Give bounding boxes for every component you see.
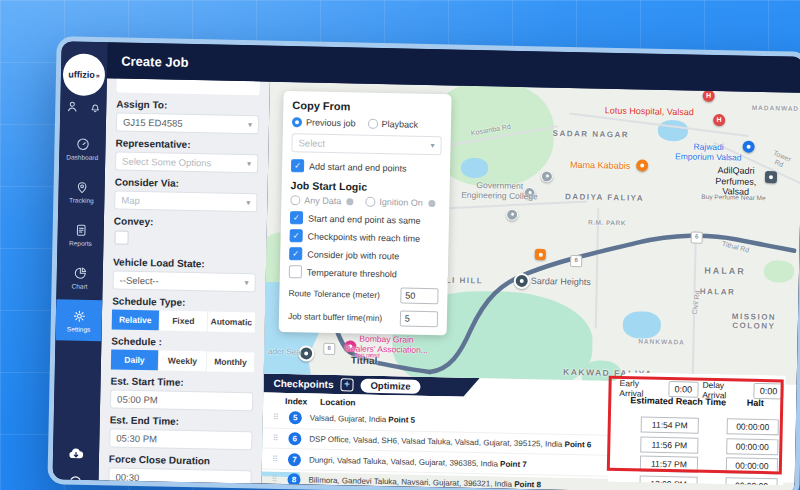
radio-label: Ignition On	[379, 197, 423, 208]
job-option-checkbox-row[interactable]: Start and end point as same	[290, 211, 440, 227]
est-start-label: Est. Start Time:	[110, 375, 253, 389]
sidebar-top-icon[interactable]	[88, 100, 102, 114]
checkbox-label: Consider job with route	[307, 249, 399, 261]
copy-from-select[interactable]: Select ▾	[291, 133, 441, 155]
halt-input[interactable]: 00:00:00	[725, 477, 777, 490]
sidebar-item-icon	[73, 222, 88, 237]
status-dot-icon	[428, 199, 435, 206]
reach-time-input[interactable]: 11:56 PM	[640, 436, 698, 453]
representative-select[interactable]: Select Some Options ▾	[115, 151, 258, 173]
chevron-down-icon: ▾	[430, 141, 434, 150]
map-label: R.M. PARK	[588, 219, 626, 227]
halt-input[interactable]: 00:00:00	[726, 438, 778, 455]
consider-via-select[interactable]: Map ▾	[114, 190, 257, 212]
schedule-option[interactable]: Weekly	[159, 350, 206, 371]
map-label: MADANWAD	[752, 104, 800, 113]
est-end-input[interactable]: 05:30 PM	[109, 428, 252, 450]
sidebar-item[interactable]: Tracking	[58, 170, 105, 212]
radio-icon	[290, 195, 300, 205]
chevron-down-icon: ▾	[245, 278, 249, 287]
checkbox-label: Checkpoints with reach time	[308, 231, 421, 243]
add-points-checkbox-row[interactable]: Add start and end points	[291, 159, 441, 175]
halt-input[interactable]: 00:00:00	[727, 418, 779, 435]
vehicle-load-select[interactable]: --Select-- ▾	[112, 270, 255, 292]
convey-checkbox[interactable]	[114, 230, 128, 244]
schedule-type-option[interactable]: Relative	[112, 309, 159, 330]
sidebar-item-icon	[74, 179, 89, 194]
buffer-time-input[interactable]: 5	[400, 310, 438, 327]
drag-handle-icon[interactable]: ⠿	[269, 413, 283, 422]
route-tolerance-input[interactable]: 50	[400, 287, 438, 304]
job-start-logic-title: Job Start Logic	[291, 179, 441, 194]
reach-time-input[interactable]: 11:57 PM	[640, 456, 698, 473]
checkpoint-location: Valsad, Gujarat, India Point 5	[310, 414, 415, 425]
assign-to-label: Assign To:	[116, 98, 259, 112]
optimize-button[interactable]: Optimize	[360, 378, 420, 393]
sidebar: uffizio» Dashboard Tracking Reports	[52, 41, 107, 480]
radio-icon	[365, 197, 375, 207]
checkpoint-index-badge: 8	[287, 474, 300, 487]
reach-time-input[interactable]: 11:54 PM	[641, 416, 699, 433]
map-label: MISSION COLONY	[732, 312, 777, 332]
schedule-type-option[interactable]: Automatic	[208, 311, 255, 332]
map-label: DADIYA FALIYA	[565, 192, 644, 203]
job-start-radio[interactable]: Ignition On	[365, 197, 435, 208]
copy-from-radio[interactable]: Previous job	[292, 117, 356, 128]
assign-to-value: GJ15 ED4585	[123, 117, 183, 129]
vehicle-load-value: --Select--	[120, 275, 159, 287]
chevron-down-icon: ▾	[246, 198, 250, 207]
map-label: Buy Perfume Near Me	[701, 193, 765, 202]
copy-from-select-placeholder: Select	[298, 137, 325, 149]
schedule-label: Schedule :	[111, 335, 254, 349]
sidebar-item-icon	[75, 136, 90, 151]
index-column-header: Index	[285, 396, 307, 406]
schedule-option[interactable]: Monthly	[207, 351, 254, 372]
location-column-header: Location	[320, 397, 356, 408]
job-option-checkbox-row[interactable]: Consider job with route	[289, 247, 439, 263]
reach-time-input[interactable]: 12:00 PM	[639, 475, 697, 490]
schedule-type-option[interactable]: Fixed	[160, 310, 207, 331]
map-label: Mama Kababis	[570, 160, 630, 172]
job-start-radio[interactable]: Any Data	[290, 195, 353, 206]
brand-logo-text: uffizio	[68, 69, 95, 80]
sidebar-item-label: Reports	[69, 239, 92, 246]
map-marker[interactable]	[713, 114, 725, 126]
drag-handle-icon[interactable]: ⠿	[268, 454, 282, 463]
assign-to-select[interactable]: GJ15 ED4585 ▾	[116, 112, 259, 134]
map-marker[interactable]	[703, 90, 715, 102]
schedule-options: DailyWeeklyMonthly	[111, 349, 254, 372]
est-start-input[interactable]: 05:00 PM	[110, 389, 253, 411]
radio-icon	[292, 117, 302, 127]
drag-handle-icon[interactable]: ⠿	[267, 475, 281, 484]
sidebar-item[interactable]: Reports	[57, 213, 104, 255]
sidebar-top-icon[interactable]	[65, 99, 79, 113]
sidebar-item[interactable]: Settings	[55, 299, 102, 341]
brand-logo[interactable]: uffizio»	[63, 53, 106, 96]
copy-from-radio[interactable]: Playback	[367, 119, 418, 130]
page-title: Create Job	[121, 53, 189, 69]
job-option-checkbox-row[interactable]: Temperature threshold	[289, 265, 439, 281]
halt-input[interactable]: 00:00:00	[726, 458, 778, 475]
representative-placeholder: Select Some Options	[122, 156, 211, 169]
checkbox-icon	[290, 229, 303, 242]
force-close-label: Force Close Duration	[109, 453, 252, 467]
add-checkpoint-button[interactable]: +	[340, 378, 353, 391]
job-option-checkbox-row[interactable]: Checkpoints with reach time	[290, 229, 440, 245]
map[interactable]: 666 Lotus Hospital, ValsadSADAR NAGARMAD…	[261, 82, 800, 490]
map-label: Rajwadi Emporium Valsad	[675, 141, 742, 162]
force-close-input[interactable]: 00:30	[108, 467, 251, 483]
consider-via-label: Consider Via:	[115, 176, 258, 190]
sidebar-bottom-icon[interactable]	[67, 444, 85, 462]
checkbox-icon	[290, 211, 303, 224]
schedule-option[interactable]: Daily	[111, 349, 158, 370]
checkpoint-index-badge: 7	[288, 453, 301, 466]
checkpoints-header-bar: Checkpoints + Optimize	[263, 374, 479, 398]
sidebar-item[interactable]: Dashboard	[59, 127, 106, 169]
sidebar-item[interactable]: Chart	[56, 256, 103, 298]
map-label: HALAR	[700, 287, 736, 297]
map-marker[interactable]	[535, 249, 546, 260]
sidebar-item-label: Chart	[72, 282, 88, 289]
checkbox-icon	[291, 159, 304, 172]
drag-handle-icon[interactable]: ⠿	[268, 434, 282, 443]
representative-label: Representative:	[115, 137, 258, 151]
